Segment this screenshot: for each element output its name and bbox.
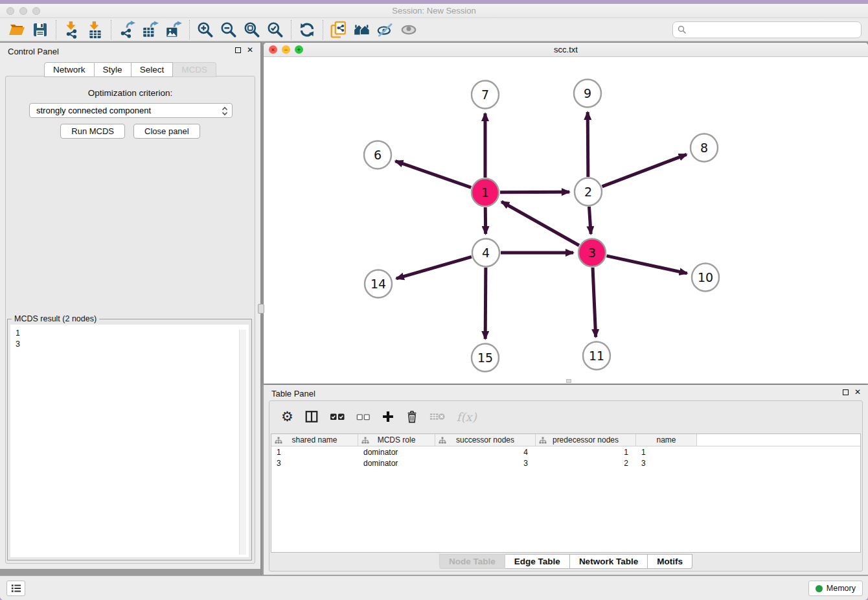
criterion-select[interactable]: strongly connected component bbox=[29, 103, 233, 118]
select-all-checkboxes-icon[interactable] bbox=[330, 412, 345, 421]
edge-1-6[interactable] bbox=[395, 161, 471, 188]
criterion-select-value: strongly connected component bbox=[36, 106, 151, 115]
column-header-successor-nodes[interactable]: successor nodes bbox=[435, 434, 536, 446]
table-tabs: Node Table Edge Table Network Table Moti… bbox=[269, 554, 862, 569]
edge-2-9[interactable] bbox=[588, 112, 588, 177]
edge-4-14[interactable] bbox=[396, 257, 472, 279]
column-header-name[interactable]: name bbox=[636, 434, 697, 446]
node-label: 7 bbox=[481, 87, 489, 102]
export-network-icon[interactable] bbox=[115, 19, 139, 40]
node-table-header: shared name MCDS role successor nodes bbox=[271, 434, 860, 446]
zoom-in-icon[interactable] bbox=[194, 19, 217, 40]
tab-motifs[interactable]: Motifs bbox=[648, 554, 692, 569]
mcds-panel: Optimization criterion: strongly connect… bbox=[5, 76, 255, 564]
result-scrollbar[interactable] bbox=[239, 330, 246, 555]
search-box[interactable] bbox=[672, 21, 862, 38]
main-toolbar bbox=[0, 18, 868, 41]
tab-mcds[interactable]: MCDS bbox=[173, 62, 216, 77]
graph-node-14[interactable]: 14 bbox=[365, 270, 392, 298]
edge-3-1[interactable] bbox=[501, 202, 579, 245]
run-mcds-button[interactable]: Run MCDS bbox=[60, 124, 125, 139]
close-panel-button[interactable]: Close panel bbox=[133, 124, 200, 139]
chevron-updown-icon bbox=[222, 106, 228, 118]
table-row[interactable]: 3dominator323 bbox=[271, 457, 860, 468]
node-label: 3 bbox=[588, 246, 596, 260]
open-folder-icon[interactable] bbox=[5, 19, 29, 40]
edge-2-8[interactable] bbox=[602, 154, 687, 187]
table-cell: 1 bbox=[536, 446, 636, 457]
mcds-result-line: 1 bbox=[16, 328, 249, 339]
documents-share-icon[interactable] bbox=[327, 19, 350, 40]
graph-node-10[interactable]: 10 bbox=[692, 264, 719, 292]
node-label: 1 bbox=[481, 185, 489, 200]
table-cell: 2 bbox=[536, 457, 636, 468]
tab-style[interactable]: Style bbox=[95, 62, 131, 77]
add-column-icon[interactable] bbox=[382, 410, 394, 423]
export-table-icon[interactable] bbox=[139, 19, 162, 40]
search-icon bbox=[678, 25, 687, 34]
graph-node-2[interactable]: 2 bbox=[575, 178, 602, 206]
graph-node-6[interactable]: 6 bbox=[364, 141, 391, 169]
eye-strike-icon[interactable] bbox=[374, 19, 397, 40]
node-label: 8 bbox=[700, 141, 708, 155]
edge-3-10[interactable] bbox=[606, 256, 687, 273]
panel-divider-grip[interactable] bbox=[258, 304, 264, 314]
tab-node-table[interactable]: Node Table bbox=[439, 554, 505, 569]
graph-node-9[interactable]: 9 bbox=[574, 80, 601, 108]
graph-node-1[interactable]: 1 bbox=[472, 179, 499, 207]
eye-icon bbox=[397, 19, 420, 40]
table-cell-filler bbox=[697, 457, 860, 468]
canvas-resize-grip[interactable] bbox=[566, 379, 571, 383]
import-network-icon[interactable] bbox=[60, 19, 84, 40]
function-builder-icon: f(x) bbox=[457, 410, 477, 424]
node-table-body: 1dominator4113dominator323 bbox=[271, 446, 860, 468]
deselect-all-checkboxes-icon[interactable] bbox=[356, 413, 371, 421]
graph-node-7[interactable]: 7 bbox=[472, 81, 499, 109]
table-toolbar: ⚙ bbox=[269, 401, 862, 432]
graph-node-8[interactable]: 8 bbox=[691, 134, 718, 162]
float-table-panel-icon[interactable] bbox=[843, 389, 849, 395]
column-header-mcds-role[interactable]: MCDS role bbox=[358, 434, 435, 446]
graph-node-11[interactable]: 11 bbox=[583, 342, 610, 370]
tab-select[interactable]: Select bbox=[131, 62, 174, 77]
zoom-selected-icon[interactable] bbox=[264, 19, 287, 40]
float-panel-icon[interactable] bbox=[235, 47, 241, 53]
memory-button[interactable]: Memory bbox=[808, 581, 863, 596]
column-header-shared-name[interactable]: shared name bbox=[271, 434, 358, 446]
edge-1-2[interactable] bbox=[500, 192, 569, 192]
app-window: Session: New Session bbox=[0, 4, 868, 600]
graph-node-4[interactable]: 4 bbox=[472, 239, 499, 267]
status-bar: Memory bbox=[0, 575, 868, 600]
search-input[interactable] bbox=[690, 25, 861, 35]
trash-icon[interactable] bbox=[405, 410, 418, 424]
table-cell: 3 bbox=[435, 457, 536, 468]
columns-icon[interactable] bbox=[304, 410, 319, 424]
tab-edge-table[interactable]: Edge Table bbox=[505, 554, 570, 569]
column-type-icon bbox=[361, 437, 369, 444]
table-row[interactable]: 1dominator411 bbox=[271, 446, 860, 457]
close-panel-icon[interactable]: ✕ bbox=[247, 45, 253, 54]
refresh-layout-icon[interactable] bbox=[295, 19, 319, 40]
double-house-icon[interactable] bbox=[350, 19, 374, 40]
edge-4-15[interactable] bbox=[485, 268, 486, 339]
edge-3-11[interactable] bbox=[593, 268, 596, 337]
mcds-result-list[interactable]: 1 3 bbox=[10, 325, 249, 557]
graph-node-15[interactable]: 15 bbox=[472, 344, 499, 372]
zoom-out-icon[interactable] bbox=[217, 19, 240, 40]
column-type-icon bbox=[439, 437, 446, 444]
gear-icon[interactable]: ⚙ bbox=[281, 409, 293, 424]
column-header-predecessor-nodes[interactable]: predecessor nodes bbox=[536, 434, 636, 446]
import-table-icon[interactable] bbox=[84, 19, 107, 40]
edge-2-3[interactable] bbox=[589, 207, 591, 234]
network-canvas[interactable]: 7968124314101511 bbox=[264, 57, 868, 384]
tab-network-table[interactable]: Network Table bbox=[570, 554, 648, 569]
mcds-result-title: MCDS result (2 nodes) bbox=[12, 314, 99, 323]
close-table-panel-icon[interactable]: ✕ bbox=[854, 387, 861, 397]
tab-network[interactable]: Network bbox=[44, 62, 95, 77]
node-label: 10 bbox=[698, 270, 713, 284]
zoom-fit-icon[interactable] bbox=[240, 19, 264, 40]
graph-node-3[interactable]: 3 bbox=[578, 239, 606, 267]
save-icon[interactable] bbox=[29, 19, 52, 40]
export-image-icon[interactable] bbox=[162, 19, 185, 40]
task-history-button[interactable] bbox=[6, 581, 25, 596]
